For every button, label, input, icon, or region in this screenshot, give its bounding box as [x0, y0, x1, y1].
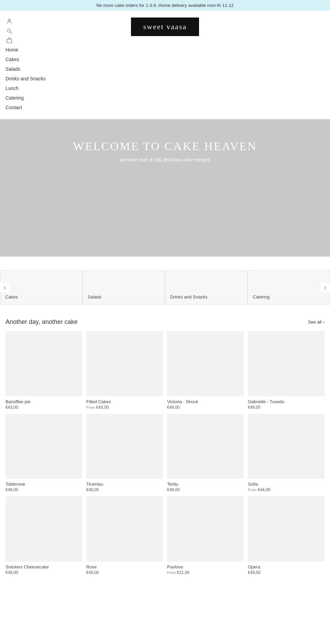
product-name: Tiramisu — [86, 482, 163, 487]
product-name: Banoffee pie — [6, 399, 82, 404]
product-name: Filled Cakes — [86, 399, 163, 404]
slider-arrow-right[interactable]: › — [320, 283, 330, 292]
svg-line-2 — [10, 32, 12, 34]
product-card[interactable]: Rose€49,00 — [86, 496, 163, 575]
category-drinks[interactable]: Drinks and Snacks — [165, 270, 248, 305]
category-salads[interactable]: Salads — [82, 270, 165, 305]
product-card[interactable]: Victoria - Shock€49,00 — [167, 331, 244, 410]
product-price: €49,00 — [167, 405, 244, 410]
product-image — [248, 496, 324, 562]
product-price: €49,00 — [86, 487, 163, 492]
header-icons — [6, 18, 13, 44]
product-card[interactable]: Opera€49,00 — [248, 496, 324, 575]
product-price: From €43,00 — [86, 405, 163, 410]
hero-subtitle: we have over a 100 delicious cake recipe… — [120, 157, 210, 162]
product-price: From €21,00 — [167, 570, 244, 575]
svg-point-0 — [8, 19, 10, 21]
announcement-bar: No more cake orders for 1-3.6. Home deli… — [0, 0, 330, 11]
product-name: Toblerone — [6, 482, 82, 487]
nav-salads[interactable]: Salads — [6, 64, 330, 74]
announcement-text: No more cake orders for 1-3.6. Home deli… — [96, 3, 234, 8]
svg-rect-3 — [7, 39, 12, 43]
product-image — [167, 331, 244, 396]
nav-contact[interactable]: Contact — [6, 103, 330, 112]
product-image — [248, 414, 324, 479]
product-price: €49,00 — [86, 570, 163, 575]
nav-home[interactable]: Home — [6, 45, 330, 55]
product-image — [6, 414, 82, 479]
product-price: €49,00 — [6, 570, 82, 575]
from-label: From — [167, 570, 177, 575]
product-price: €49,00 — [248, 405, 324, 410]
chevron-right-icon: › — [323, 319, 324, 325]
product-image — [6, 496, 82, 562]
nav-drinks[interactable]: Drinks and Snacks — [6, 74, 330, 83]
category-salads-label: Salads — [88, 294, 160, 300]
product-name: Terttu — [167, 482, 244, 487]
product-image — [167, 496, 244, 562]
product-price: €49,00 — [167, 487, 244, 492]
product-image — [248, 331, 324, 396]
product-name: Sofia — [248, 482, 324, 487]
hero-section: WELCOME TO CAKE HEAVEN we have over a 10… — [0, 119, 330, 257]
product-price: €49,00 — [248, 570, 324, 575]
product-image — [86, 414, 163, 479]
product-image — [86, 496, 163, 562]
product-name: Rose — [86, 564, 163, 569]
svg-point-1 — [8, 29, 11, 32]
product-card[interactable]: Terttu€49,00 — [167, 414, 244, 493]
product-card[interactable]: SofiaFrom €44,00 — [248, 414, 324, 493]
nav-cakes[interactable]: Cakes — [6, 55, 330, 64]
product-card[interactable]: Toblerone€49,00 — [6, 414, 82, 493]
category-slider-wrapper: ‹ CakesSaladsDrinks and SnacksCatering › — [0, 270, 330, 305]
nav-lunch[interactable]: Lunch — [6, 83, 330, 93]
category-slider: CakesSaladsDrinks and SnacksCatering — [0, 270, 330, 305]
category-cakes-label: Cakes — [5, 294, 77, 300]
product-card[interactable]: Banoffee pie€43,00 — [6, 331, 82, 410]
search-icon[interactable] — [6, 27, 13, 35]
products-section: Another day, another cake See all › Bano… — [0, 318, 330, 575]
section-title: Another day, another cake — [6, 318, 78, 326]
bag-icon[interactable] — [6, 37, 13, 44]
product-name: Opera — [248, 564, 324, 569]
product-image — [86, 331, 163, 396]
product-card[interactable]: Gabrielle - Tuxedo€49,00 — [248, 331, 324, 410]
main-nav: HomeCakesSaladsDrinks and SnacksLunchCat… — [0, 42, 330, 116]
category-catering[interactable]: Catering — [248, 270, 330, 305]
see-all-link[interactable]: See all › — [308, 319, 324, 325]
product-card[interactable]: Snickers Cheesecake€49,00 — [6, 496, 82, 575]
hero-title: WELCOME TO CAKE HEAVEN — [73, 140, 257, 153]
product-name: Snickers Cheesecake — [6, 564, 82, 569]
products-header: Another day, another cake See all › — [6, 318, 324, 326]
slider-arrow-left[interactable]: ‹ — [0, 283, 10, 292]
category-drinks-label: Drinks and Snacks — [170, 294, 242, 300]
product-card[interactable]: PavlovaFrom €21,00 — [167, 496, 244, 575]
product-card[interactable]: Filled CakesFrom €43,00 — [86, 331, 163, 410]
category-cakes[interactable]: Cakes — [0, 270, 82, 305]
product-name: Pavlova — [167, 564, 244, 569]
product-image — [167, 414, 244, 479]
product-card[interactable]: Tiramisu€49,00 — [86, 414, 163, 493]
product-name: Victoria - Shock — [167, 399, 244, 404]
logo[interactable]: sweet vaasa — [131, 18, 199, 36]
nav-catering[interactable]: Catering — [6, 93, 330, 103]
category-catering-label: Catering — [253, 294, 325, 300]
product-price: €43,00 — [6, 405, 82, 410]
person-icon[interactable] — [6, 18, 13, 25]
from-label: From — [86, 405, 96, 409]
product-price: €49,00 — [6, 487, 82, 492]
header: sweet vaasa HomeCakesSaladsDrinks and Sn… — [0, 11, 330, 119]
product-price: From €44,00 — [248, 487, 324, 492]
product-image — [6, 331, 82, 396]
from-label: From — [248, 488, 258, 492]
product-grid: Banoffee pie€43,00Filled CakesFrom €43,0… — [6, 331, 324, 575]
product-name: Gabrielle - Tuxedo — [248, 399, 324, 404]
